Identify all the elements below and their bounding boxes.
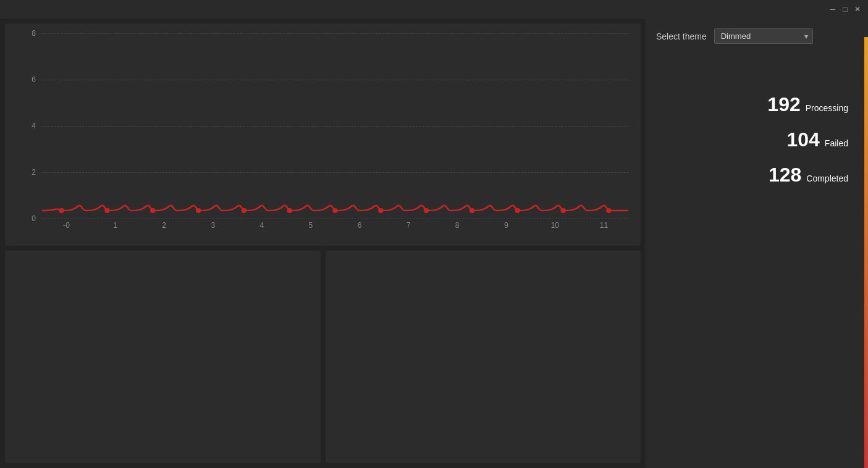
stat-label-processing: Processing [806, 103, 848, 113]
svg-point-0 [59, 208, 64, 213]
y-label-8: 8 [17, 29, 36, 38]
close-button[interactable]: ✕ [852, 4, 863, 15]
svg-point-11 [560, 208, 565, 213]
x-label-1: 1 [91, 221, 140, 230]
right-accent-bar [864, 37, 868, 468]
svg-point-7 [378, 208, 383, 213]
stats-area: 192 Processing 104 Failed 128 Completed [656, 93, 858, 186]
y-label-0: 0 [17, 214, 36, 223]
theme-select[interactable]: Dimmed Dark Light High Contrast [714, 28, 813, 44]
x-label-7: 7 [384, 221, 433, 230]
stat-label-completed: Completed [806, 173, 848, 183]
right-sidebar: Select theme Dimmed Dark Light High Cont… [646, 19, 868, 468]
x-label-2: 2 [140, 221, 188, 230]
svg-point-4 [242, 208, 246, 213]
chart-area: 8 6 4 2 0 [17, 33, 628, 219]
x-label-6: 6 [335, 221, 384, 230]
stat-row-failed: 104 Failed [786, 128, 848, 151]
stat-row-processing: 192 Processing [767, 93, 848, 116]
minimize-button[interactable]: ─ [827, 4, 838, 15]
svg-point-6 [332, 208, 337, 213]
svg-point-9 [470, 208, 474, 213]
bottom-panel-right [326, 251, 641, 463]
theme-select-wrapper: Dimmed Dark Light High Contrast [714, 28, 813, 44]
x-label-5: 5 [286, 221, 335, 230]
svg-point-10 [515, 208, 520, 213]
svg-point-3 [196, 208, 201, 213]
svg-point-12 [606, 208, 611, 213]
maximize-button[interactable]: □ [840, 4, 851, 15]
grid-line-0 [42, 219, 628, 219]
y-label-6: 6 [17, 75, 36, 84]
chart-svg [42, 33, 628, 219]
content-area: 8 6 4 2 0 [0, 19, 646, 468]
svg-point-8 [424, 208, 429, 213]
stat-row-completed: 128 Completed [769, 164, 848, 186]
bottom-panels [5, 251, 641, 463]
x-label-4: 4 [237, 221, 286, 230]
window-controls: ─ □ ✕ [827, 4, 868, 15]
x-label-0: -0 [42, 221, 91, 230]
window-titlebar: ─ □ ✕ [0, 0, 868, 19]
theme-label: Select theme [656, 31, 707, 41]
svg-point-5 [287, 208, 292, 213]
svg-point-1 [104, 208, 109, 213]
theme-row: Select theme Dimmed Dark Light High Cont… [656, 28, 858, 44]
x-label-11: 11 [579, 221, 628, 230]
stat-number-processing: 192 [767, 93, 800, 116]
x-label-9: 9 [482, 221, 531, 230]
stat-number-completed: 128 [769, 164, 801, 186]
y-label-4: 4 [17, 122, 36, 130]
stat-number-failed: 104 [786, 128, 819, 151]
stat-label-failed: Failed [825, 138, 848, 148]
main-layout: 8 6 4 2 0 [0, 19, 868, 468]
svg-point-2 [150, 208, 155, 213]
x-label-8: 8 [433, 221, 482, 230]
x-label-3: 3 [188, 221, 237, 230]
x-axis-labels: -0 1 2 3 4 5 6 7 8 9 10 11 [42, 221, 628, 230]
x-label-10: 10 [531, 221, 579, 230]
y-label-2: 2 [17, 168, 36, 177]
chart-panel: 8 6 4 2 0 [5, 23, 641, 246]
bottom-panel-left [5, 251, 321, 463]
